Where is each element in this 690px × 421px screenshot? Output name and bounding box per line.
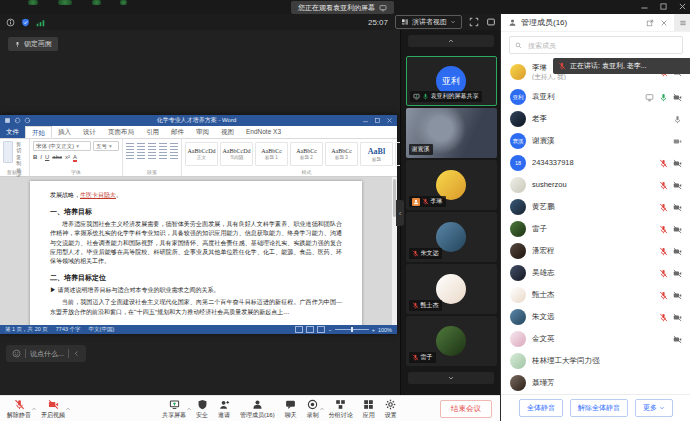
- member-status-icons[interactable]: [673, 115, 682, 124]
- member-status-icons[interactable]: [645, 93, 682, 102]
- member-row[interactable]: 聂瑾芳: [501, 372, 690, 394]
- toolbar-label: 共享屏幕: [162, 411, 186, 420]
- tile-name-label: 袁亚利的屏幕共享: [410, 91, 482, 102]
- video-tile[interactable]: 李琳: [406, 160, 497, 210]
- member-row[interactable]: 182434337918: [501, 152, 690, 174]
- view-mode-select[interactable]: 演讲者视图: [395, 15, 462, 29]
- toolbar-share-screen[interactable]: 共享屏幕: [157, 396, 191, 421]
- doc-heading-2: 二、培养目标定位: [50, 273, 342, 283]
- toolbar-shield[interactable]: 安全: [191, 396, 213, 421]
- panel-menu-tab[interactable]: [674, 14, 690, 31]
- toolbar-label: 分组讨论: [329, 411, 353, 420]
- member-row[interactable]: susherzou: [501, 174, 690, 196]
- member-row[interactable]: 亚利袁亚利: [501, 86, 690, 108]
- chat-placeholder[interactable]: 说点什么...: [30, 349, 64, 359]
- meeting-info-icon[interactable]: [6, 18, 15, 27]
- close-panel-icon[interactable]: [660, 19, 668, 27]
- member-name: susherzou: [532, 181, 567, 190]
- toolbar-label: 邀请: [218, 411, 230, 420]
- member-search-box[interactable]: [509, 36, 683, 54]
- video-tile[interactable]: 雷子: [406, 316, 497, 366]
- member-status-icons[interactable]: [659, 159, 682, 168]
- video-tile[interactable]: 亚利袁亚利的屏幕共享: [406, 56, 497, 106]
- member-row[interactable]: 金文英: [501, 328, 690, 350]
- more-button[interactable]: 更多: [635, 399, 673, 417]
- meeting-info-bar: 25:07 演讲者视图: [0, 14, 500, 30]
- speaking-toast: 正在讲话: 袁亚利, 老李...: [553, 58, 690, 74]
- toolbar-label: 应用: [363, 411, 375, 420]
- meeting-timer: 25:07: [368, 18, 388, 27]
- avatar: [510, 375, 526, 391]
- host-badge: [412, 198, 420, 206]
- toolbar-members[interactable]: 管理成员(16): [235, 396, 280, 421]
- popout-panel-icon[interactable]: [646, 19, 654, 27]
- member-row[interactable]: 老李: [501, 108, 690, 130]
- mic-off-icon: [14, 399, 25, 410]
- member-status-icons[interactable]: [659, 247, 682, 256]
- member-status-icons[interactable]: [659, 225, 682, 234]
- chevron-up-icon[interactable]: [65, 398, 71, 416]
- end-meeting-button[interactable]: 结束会议: [440, 400, 492, 418]
- cam-off-icon: [673, 93, 682, 102]
- member-status-icons[interactable]: [659, 269, 682, 278]
- layout-toggle-icon[interactable]: [486, 17, 496, 27]
- member-row[interactable]: 寰溪谢寰溪: [501, 130, 690, 152]
- style-chip: AaBbCcDd正文: [185, 142, 218, 166]
- video-tile[interactable]: 甄士杰: [406, 264, 497, 314]
- toolbar-cam-off[interactable]: 开启视频: [36, 396, 70, 421]
- ribbon-group-paragraph: 段落: [123, 139, 182, 176]
- toolbar-apps[interactable]: 应用: [358, 396, 380, 421]
- strip-collapse-handle[interactable]: ‹: [396, 200, 404, 226]
- security-shield-icon[interactable]: [21, 18, 30, 27]
- collapse-strip-button[interactable]: [408, 35, 494, 47]
- desktop-peek: [58, 0, 72, 5]
- toolbar-mic-off[interactable]: 解除静音: [2, 396, 36, 421]
- avatar: [510, 177, 526, 193]
- panel-footer-button[interactable]: 全体静音: [519, 399, 563, 417]
- video-tile[interactable]: 谢寰溪: [406, 108, 497, 158]
- member-name: 2434337918: [532, 159, 574, 168]
- toolbar-label: 设置: [385, 411, 397, 420]
- fullscreen-icon[interactable]: [469, 17, 479, 27]
- toolbar-chat[interactable]: 聊天: [280, 396, 302, 421]
- members-panel-title: 管理成员(16): [521, 17, 567, 28]
- desktop-peek: [92, 0, 101, 5]
- member-row[interactable]: 朱文远: [501, 306, 690, 328]
- panel-footer-button[interactable]: 解除全体静音: [570, 399, 628, 417]
- member-row[interactable]: 桂林理工大学闫力强: [501, 350, 690, 372]
- toolbar-record[interactable]: 录制: [302, 396, 324, 421]
- member-status-icons[interactable]: [659, 313, 682, 322]
- avatar: [510, 309, 526, 325]
- member-status-icons[interactable]: [673, 137, 682, 146]
- chat-quick-input[interactable]: 说点什么...: [6, 345, 86, 362]
- cam-off-icon: [673, 335, 682, 344]
- toolbar-invite[interactable]: 邀请: [213, 396, 235, 421]
- record-icon: [307, 399, 318, 410]
- member-status-icons[interactable]: [673, 335, 682, 344]
- member-row[interactable]: 甄士杰: [501, 284, 690, 306]
- avatar: [510, 353, 526, 369]
- emoji-icon[interactable]: [12, 349, 21, 358]
- member-name: 谢寰溪: [532, 137, 555, 146]
- pin-view-button[interactable]: 锁定画面: [8, 37, 58, 51]
- member-row[interactable]: 雷子: [501, 218, 690, 240]
- member-status-icons[interactable]: [659, 181, 682, 190]
- member-name: 袁亚利: [532, 93, 555, 102]
- video-tile[interactable]: 朱文远: [406, 212, 497, 262]
- member-row[interactable]: 吴雄志: [501, 262, 690, 284]
- minimize-icon[interactable]: [639, 1, 649, 11]
- member-row[interactable]: 潘宏程: [501, 240, 690, 262]
- screen-share-icon: [413, 93, 420, 100]
- word-ribbon: 剪切复制格式刷 剪贴板 宋体 (中文正文)▾ 五号▾ BIUabcx²A 字体 …: [0, 139, 397, 177]
- close-icon[interactable]: [677, 1, 687, 11]
- maximize-icon[interactable]: [658, 1, 668, 11]
- member-row[interactable]: 黄艺鹏: [501, 196, 690, 218]
- member-search-input[interactable]: [526, 41, 677, 50]
- member-status-icons[interactable]: [659, 203, 682, 212]
- collapse-left-icon[interactable]: [73, 350, 80, 357]
- toolbar-gear[interactable]: 设置: [380, 396, 402, 421]
- toolbar-breakout[interactable]: 分组讨论: [324, 396, 358, 421]
- member-status-icons[interactable]: [659, 291, 682, 300]
- scroll-strip-down-button[interactable]: [408, 372, 494, 384]
- avatar: [510, 111, 526, 127]
